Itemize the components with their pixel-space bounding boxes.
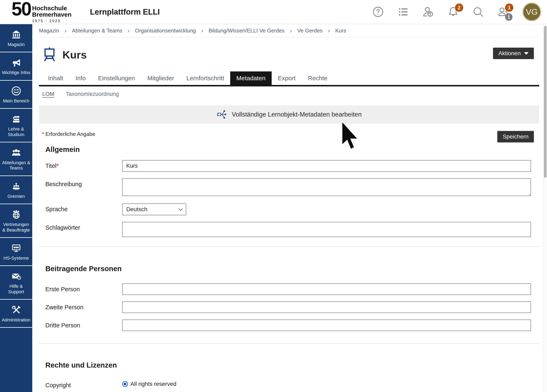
copyright-option-label: All rights reserved	[130, 381, 176, 387]
vertical-scrollbar	[543, 24, 547, 392]
sidebar-item-vertretungen[interactable]: Vertretungen & Beauftragte	[0, 204, 32, 238]
sidebar-item-gremien[interactable]: Gremien	[0, 176, 32, 204]
tab-metadaten[interactable]: Metadaten	[230, 71, 272, 85]
committee-icon	[11, 181, 21, 192]
svg-text:?: ?	[18, 277, 20, 279]
subtab-lom[interactable]: LOM	[42, 91, 55, 97]
logo-line1: Hochschule	[32, 5, 71, 12]
section-beitragende-personen: Beitragende Personen	[39, 264, 539, 273]
main-content: Magazin Abteilungen & Teams Organisation…	[32, 24, 543, 392]
avatar[interactable]: VG	[522, 2, 541, 21]
tab-inhalt[interactable]: Inhalt	[42, 71, 69, 85]
dritte-person-label: Dritte Person	[45, 319, 122, 329]
course-easel-icon	[42, 46, 57, 64]
university-logo: 50 Hochschule Bremerhaven 1975 - 2025	[12, 1, 71, 23]
tab-export[interactable]: Export	[272, 71, 302, 85]
main-sidebar: Magazin Wichtige Infos Mein Bereich Lehr…	[0, 24, 32, 392]
titel-input[interactable]	[122, 160, 531, 172]
breadcrumb-item[interactable]: Ve Gerdes	[297, 27, 322, 34]
tab-einstellungen[interactable]: Einstellungen	[92, 71, 141, 85]
monitor-icon	[11, 243, 21, 253]
contacts-badge-bottom: 1	[505, 13, 513, 21]
required-note: * Erforderliche Angabe	[42, 131, 95, 137]
megaphone-icon	[11, 57, 21, 68]
mail-help-icon: ?	[11, 271, 21, 282]
save-button[interactable]: Speichern	[497, 131, 534, 142]
contacts-badge-top: 1	[505, 3, 513, 12]
top-header: 50 Hochschule Bremerhaven 1975 - 2025 Le…	[0, 0, 547, 24]
copyright-label: Copyright	[45, 379, 122, 389]
help-icon[interactable]	[372, 6, 384, 18]
breadcrumb-item[interactable]: Abteilungen & Teams	[72, 27, 122, 34]
breadcrumb-item[interactable]: Bildung/Wissen/ELLI Ve Gerdes	[209, 27, 285, 34]
copyright-radio[interactable]	[122, 381, 128, 387]
tab-rechte[interactable]: Rechte	[302, 71, 334, 85]
logo-50: 50	[12, 1, 31, 17]
globe-people-icon	[11, 209, 21, 220]
section-divider	[39, 343, 539, 344]
breadcrumb-separator	[290, 27, 292, 34]
page-title: Kurs	[62, 49, 87, 61]
app-title: Lernplattform ELLI	[90, 7, 160, 16]
breadcrumb-separator	[201, 27, 203, 34]
schlagwoerter-label: Schlagwörter	[45, 222, 122, 231]
bell-badge: 2	[455, 3, 463, 12]
erste-person-label: Erste Person	[45, 284, 122, 293]
search-icon[interactable]	[472, 6, 484, 18]
titel-label: Titel*	[45, 160, 122, 169]
bullet-list-icon[interactable]	[397, 6, 409, 18]
books-icon	[11, 114, 21, 124]
sidebar-item-wichtige-infos[interactable]: Wichtige Infos	[0, 52, 32, 81]
beschreibung-label: Beschreibung	[45, 178, 122, 188]
tab-underline	[39, 85, 539, 86]
breadcrumb-separator	[328, 27, 330, 34]
banner-label: Vollständige Lernobjekt-Metadaten bearbe…	[232, 111, 362, 118]
sidebar-item-administration[interactable]: Administration	[0, 300, 32, 328]
breadcrumb-separator	[64, 27, 67, 34]
sidebar-item-magazin[interactable]: Magazin	[0, 24, 32, 52]
chevron-down-icon	[524, 52, 528, 55]
section-rechte-lizenzen: Rechte und Lizenzen	[39, 361, 539, 369]
breadcrumb: Magazin Abteilungen & Teams Organisation…	[39, 24, 539, 37]
tab-lernfortschritt[interactable]: Lernfortschritt	[180, 71, 230, 85]
smiley-icon	[11, 86, 21, 96]
sidebar-item-lehre-studium[interactable]: Lehre & Studium	[0, 109, 32, 142]
sidebar-item-hs-systeme[interactable]: HS-Systeme	[0, 238, 32, 266]
breadcrumb-item[interactable]: Organisationsentwicklung	[135, 27, 196, 34]
sidebar-item-mein-bereich[interactable]: Mein Bereich	[0, 81, 32, 109]
actions-button[interactable]: Aktionen	[493, 48, 534, 59]
tab-info[interactable]: Info	[69, 71, 92, 85]
schlagwoerter-input[interactable]	[122, 222, 531, 237]
user-alert-icon[interactable]	[422, 6, 434, 18]
subtab-bar: LOM Taxonomiezuordnung	[39, 86, 539, 97]
edit-full-metadata-link[interactable]: Vollständige Lernobjekt-Metadaten bearbe…	[39, 106, 539, 123]
sprache-select[interactable]: Deutsch	[122, 203, 186, 215]
sidebar-item-abteilungen-teams[interactable]: Abteilungen & Teams	[0, 142, 32, 176]
breadcrumb-separator	[128, 27, 130, 34]
tools-icon	[11, 304, 21, 315]
sprache-label: Sprache	[45, 203, 122, 213]
dritte-person-input[interactable]	[122, 319, 531, 331]
contacts-icon[interactable]: 1 1	[497, 6, 509, 18]
section-allgemein: Allgemein	[39, 145, 539, 154]
zweite-person-input[interactable]	[122, 302, 531, 313]
tab-bar: Inhalt Info Einstellungen Mitglieder Ler…	[39, 71, 539, 85]
scrollbar-thumb[interactable]	[544, 26, 547, 178]
logo-line2: Bremerhaven	[32, 12, 71, 18]
breadcrumb-item[interactable]: Magazin	[39, 27, 59, 34]
bank-icon	[11, 29, 21, 40]
breadcrumb-item[interactable]: Kurs	[335, 27, 346, 34]
sidebar-item-hilfe-support[interactable]: ? Hilfe & Support	[0, 266, 32, 300]
subtab-taxonomiezuordnung[interactable]: Taxonomiezuordnung	[66, 91, 119, 97]
metadata-tree-icon	[217, 109, 227, 120]
erste-person-input[interactable]	[122, 284, 531, 295]
chevron-down-icon	[179, 207, 183, 211]
zweite-person-label: Zweite Person	[45, 302, 122, 311]
tab-mitglieder[interactable]: Mitglieder	[141, 71, 180, 85]
beschreibung-textarea[interactable]	[122, 178, 531, 196]
people-group-icon	[11, 147, 21, 158]
section-divider	[39, 246, 539, 247]
notifications-bell-icon[interactable]: 2	[447, 6, 459, 18]
logo-years: 1975 - 2025	[32, 19, 71, 23]
